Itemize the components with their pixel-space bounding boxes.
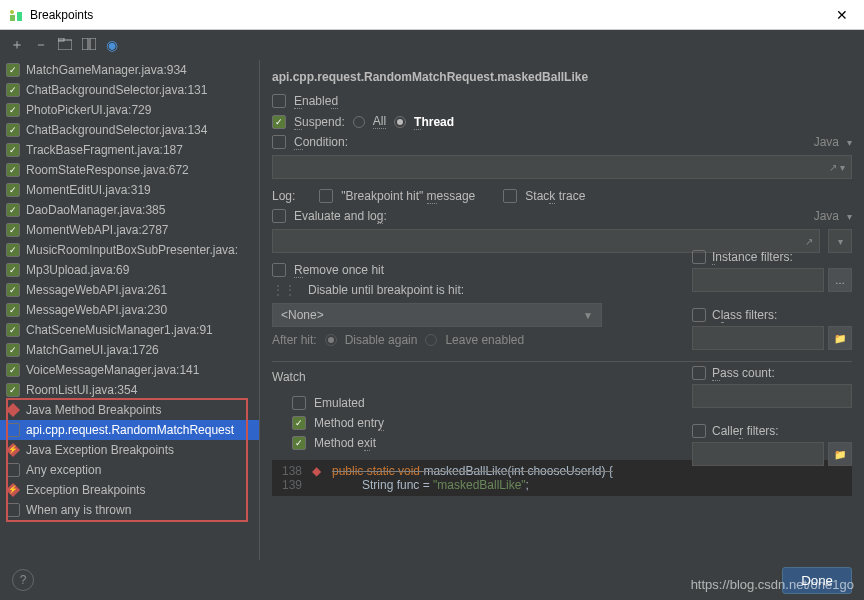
item-checkbox[interactable]: ✓ [6,83,20,97]
drag-handle[interactable]: ⋮⋮ [272,283,296,297]
diamond-icon: ⚡ [6,443,20,457]
caller-field[interactable] [692,442,824,466]
breakpoint-item[interactable]: ✓PhotoPickerUI.java:729 [0,100,259,120]
item-checkbox[interactable]: ✓ [6,223,20,237]
breakpoint-item[interactable]: ✓DaoDaoManager.java:385 [0,200,259,220]
condition-lang[interactable]: Java [814,135,839,149]
group-icon[interactable] [82,37,96,53]
item-checkbox[interactable]: ✓ [6,343,20,357]
pass-field[interactable] [692,384,852,408]
caller-checkbox[interactable] [692,424,706,438]
eval-lang[interactable]: Java [814,209,839,223]
entry-checkbox[interactable] [292,416,306,430]
item-checkbox[interactable] [6,503,20,517]
breakpoint-item[interactable]: ✓Mp3Upload.java:69 [0,260,259,280]
item-checkbox[interactable]: ✓ [6,303,20,317]
item-label: MatchGameUI.java:1726 [26,343,159,357]
breakpoint-item[interactable]: ✓TrackBaseFragment.java:187 [0,140,259,160]
help-button[interactable]: ? [12,569,34,591]
item-label: RoomStateResponse.java:672 [26,163,189,177]
instance-field[interactable] [692,268,824,292]
remove-button[interactable]: － [34,36,48,54]
class-label: Class filters: [712,308,777,322]
breakpoint-item[interactable]: When any is thrown [0,500,259,520]
detail-panel: api.cpp.request.RandomMatchRequest.maske… [260,60,864,560]
breakpoint-item[interactable]: ✓MomentWebAPI.java:2787 [0,220,259,240]
breakpoint-item[interactable]: Any exception [0,460,259,480]
caller-more[interactable]: 📁 [828,442,852,466]
item-label: When any is thrown [26,503,131,517]
footer: ? Done [0,560,864,600]
item-checkbox[interactable]: ✓ [6,263,20,277]
log-stack-label: Stack trace [525,189,585,203]
exit-label: Method exit [314,436,376,450]
breakpoint-item[interactable]: ✓RoomStateResponse.java:672 [0,160,259,180]
breakpoint-item[interactable]: ✓RoomListUI.java:354 [0,380,259,400]
item-label: Java Exception Breakpoints [26,443,174,457]
item-checkbox[interactable]: ✓ [6,363,20,377]
add-button[interactable]: ＋ [10,36,24,54]
disable-until-select[interactable]: <None>▼ [272,303,602,327]
item-checkbox[interactable]: ✓ [6,143,20,157]
enabled-checkbox[interactable] [272,94,286,108]
done-button[interactable]: Done [782,567,852,594]
item-checkbox[interactable]: ✓ [6,63,20,77]
condition-field[interactable]: ↗ ▾ [272,155,852,179]
breakpoint-item[interactable]: ✓MusicRoomInputBoxSubPresenter.java: [0,240,259,260]
breakpoint-item[interactable]: api.cpp.request.RandomMatchRequest [0,420,259,440]
item-checkbox[interactable]: ✓ [6,203,20,217]
log-stack-checkbox[interactable] [503,189,517,203]
exit-checkbox[interactable] [292,436,306,450]
remove-checkbox[interactable] [272,263,286,277]
disable-until-label: Disable until breakpoint is hit: [308,283,464,297]
log-hit-checkbox[interactable] [319,189,333,203]
breakpoint-item[interactable]: ✓MessageWebAPI.java:230 [0,300,259,320]
disable-again-radio[interactable] [325,334,337,346]
breakpoint-item[interactable]: ✓VoiceMessageManager.java:141 [0,360,259,380]
breakpoint-item[interactable]: ✓MatchGameUI.java:1726 [0,340,259,360]
category-item[interactable]: ⚡Java Exception Breakpoints [0,440,259,460]
leave-enabled-radio[interactable] [425,334,437,346]
svg-rect-5 [82,38,88,50]
condition-checkbox[interactable] [272,135,286,149]
item-label: MomentWebAPI.java:2787 [26,223,169,237]
class-checkbox[interactable] [692,308,706,322]
pass-checkbox[interactable] [692,366,706,380]
item-checkbox[interactable]: ✓ [6,183,20,197]
item-checkbox[interactable]: ✓ [6,103,20,117]
item-checkbox[interactable]: ✓ [6,283,20,297]
breakpoint-item[interactable]: ✓ChatBackgroundSelector.java:131 [0,80,259,100]
item-checkbox[interactable]: ✓ [6,163,20,177]
emulated-checkbox[interactable] [292,396,306,410]
item-checkbox[interactable] [6,463,20,477]
class-more[interactable]: 📁 [828,326,852,350]
category-item[interactable]: ⚡Exception Breakpoints [0,480,259,500]
item-label: ChatBackgroundSelector.java:131 [26,83,207,97]
breakpoint-item[interactable]: ✓ChatBackgroundSelector.java:134 [0,120,259,140]
suspend-thread-radio[interactable] [394,116,406,128]
item-checkbox[interactable] [6,423,20,437]
instance-more[interactable]: … [828,268,852,292]
item-label: MusicRoomInputBoxSubPresenter.java: [26,243,238,257]
diamond-icon [6,403,20,417]
view-icon[interactable]: ◉ [106,37,118,53]
breakpoint-item[interactable]: ✓MatchGameManager.java:934 [0,60,259,80]
item-checkbox[interactable]: ✓ [6,323,20,337]
breakpoint-item[interactable]: ✓MessageWebAPI.java:261 [0,280,259,300]
breakpoint-item[interactable]: ✓ChatSceneMusicManager1.java:91 [0,320,259,340]
class-field[interactable] [692,326,824,350]
close-icon[interactable]: ✕ [828,7,856,23]
pass-label: Pass count: [712,366,775,380]
item-label: RoomListUI.java:354 [26,383,137,397]
suspend-checkbox[interactable] [272,115,286,129]
item-checkbox[interactable]: ✓ [6,243,20,257]
folder-icon[interactable] [58,37,72,53]
breakpoint-item[interactable]: ✓MomentEditUI.java:319 [0,180,259,200]
item-checkbox[interactable]: ✓ [6,123,20,137]
eval-checkbox[interactable] [272,209,286,223]
item-label: Java Method Breakpoints [26,403,161,417]
suspend-all-radio[interactable] [353,116,365,128]
instance-checkbox[interactable] [692,250,706,264]
category-item[interactable]: Java Method Breakpoints [0,400,259,420]
item-checkbox[interactable]: ✓ [6,383,20,397]
